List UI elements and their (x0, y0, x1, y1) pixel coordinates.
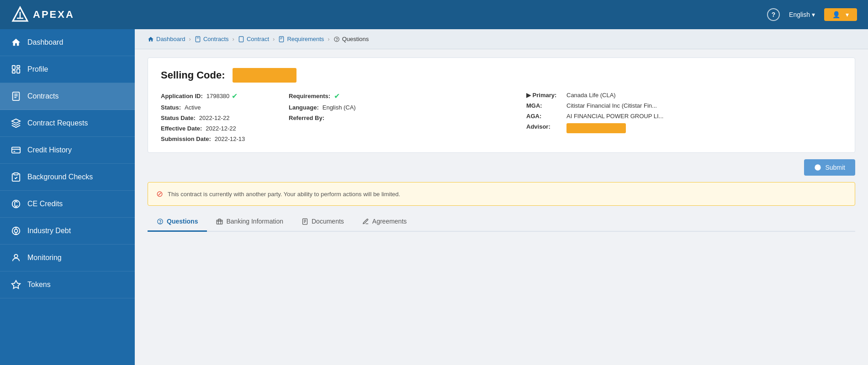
background-checks-icon (11, 172, 21, 182)
effective-date-row: Effective Date: 2022-12-22 (161, 125, 289, 132)
contract-card: Selling Code: Application ID: 1798380 ✔ … (148, 57, 855, 153)
breadcrumb-contract[interactable]: Contract (238, 36, 269, 42)
questions-tab-icon (157, 218, 164, 225)
application-id-row: Application ID: 1798380 ✔ (161, 92, 289, 100)
sidebar-item-background-checks[interactable]: Background Checks (0, 164, 135, 191)
svg-rect-5 (17, 69, 20, 73)
submit-button[interactable]: Submit (804, 159, 855, 176)
submit-icon (814, 164, 821, 171)
status-row: Status: Active (161, 104, 289, 111)
svg-marker-21 (12, 281, 20, 288)
profile-icon (11, 64, 21, 74)
help-button[interactable]: ? (767, 8, 780, 21)
sidebar-item-dashboard[interactable]: Dashboard (0, 29, 135, 56)
logo: APEXA (11, 5, 74, 24)
breadcrumb-contracts-icon (195, 36, 201, 42)
sidebar: Dashboard Profile Contracts (0, 29, 135, 365)
topnav-right: ? English ▾ 👤 ▾ (767, 8, 857, 21)
sidebar-item-tokens[interactable]: Tokens (0, 271, 135, 298)
breadcrumb-requirements[interactable]: Requirements (278, 36, 324, 42)
svg-rect-14 (14, 173, 18, 175)
breadcrumb-contracts[interactable]: Contracts (195, 36, 229, 42)
breadcrumb-contract-icon (238, 36, 244, 42)
logo-icon (11, 5, 29, 24)
user-menu[interactable]: 👤 ▾ (824, 8, 857, 21)
svg-rect-3 (12, 66, 15, 69)
contracts-icon (11, 91, 21, 101)
warning-banner: ⊘ This contract is currently with anothe… (148, 182, 855, 206)
advisor-value (566, 123, 626, 133)
language-row: Language: English (CA) (289, 104, 417, 111)
breadcrumb-requirements-icon (278, 36, 285, 42)
referred-by-row: Referred By: (289, 115, 417, 121)
home-icon (11, 37, 21, 47)
tokens-icon (11, 280, 21, 290)
breadcrumb-dashboard[interactable]: Dashboard (148, 36, 185, 42)
requirements-check-icon: ✔ (334, 92, 340, 100)
svg-point-32 (160, 223, 160, 223)
warning-icon: ⊘ (156, 189, 163, 199)
agreements-tab-icon (362, 218, 369, 225)
requirements-row: Requirements: ✔ (289, 92, 417, 100)
sidebar-item-industry-debt[interactable]: Industry Debt (0, 218, 135, 245)
application-check-icon: ✔ (232, 92, 238, 100)
mga-row: MGA: Citistar Financial Inc (Citistar Fi… (526, 102, 842, 109)
svg-rect-4 (17, 66, 20, 68)
selling-code-label: Selling Code: (161, 69, 225, 81)
svg-point-29 (336, 40, 337, 41)
info-col-right: ▶ Primary: Canada Life (CLA) MGA: Citist… (526, 92, 842, 133)
tab-questions[interactable]: Questions (148, 212, 207, 232)
industry-debt-icon (11, 226, 21, 236)
contract-requests-icon (11, 118, 21, 128)
svg-point-17 (14, 229, 17, 232)
ce-credits-icon (11, 199, 21, 209)
selling-code-value (233, 68, 296, 83)
sidebar-item-profile[interactable]: Profile (0, 56, 135, 83)
sidebar-item-contract-requests[interactable]: Contract Requests (0, 110, 135, 137)
aga-row: AGA: AI FINANCIAL POWER GROUP LI... (526, 113, 842, 120)
sidebar-item-contracts[interactable]: Contracts (0, 83, 135, 110)
breadcrumb-home-icon (148, 36, 154, 42)
content-area: Dashboard › Contracts › Contract › Requi… (135, 29, 868, 365)
tabs-row: Questions Banking Information Documents … (148, 212, 855, 232)
svg-point-20 (14, 255, 17, 258)
tab-documents[interactable]: Documents (292, 212, 353, 232)
banking-tab-icon (216, 218, 223, 225)
documents-tab-icon (302, 218, 308, 225)
svg-rect-33 (217, 220, 223, 224)
status-date-row: Status Date: 2022-12-22 (161, 115, 289, 121)
sidebar-item-ce-credits[interactable]: CE Credits (0, 191, 135, 218)
advisor-row: Advisor: (526, 123, 842, 133)
breadcrumb: Dashboard › Contracts › Contract › Requi… (135, 29, 868, 49)
breadcrumb-questions: Questions (333, 36, 369, 42)
info-col-2: Requirements: ✔ Language: English (CA) R… (289, 92, 417, 121)
submit-row: Submit (148, 159, 855, 176)
selling-code-row: Selling Code: (161, 68, 842, 83)
info-col-1: Application ID: 1798380 ✔ Status: Active… (161, 92, 289, 142)
tab-banking[interactable]: Banking Information (207, 212, 292, 232)
svg-rect-22 (196, 36, 200, 42)
svg-rect-24 (239, 36, 243, 42)
svg-rect-11 (12, 147, 20, 153)
top-nav: APEXA ? English ▾ 👤 ▾ (0, 0, 868, 29)
primary-row: ▶ Primary: Canada Life (CLA) (526, 92, 842, 99)
tab-agreements[interactable]: Agreements (353, 212, 416, 232)
language-selector[interactable]: English ▾ (789, 11, 815, 18)
svg-rect-6 (12, 71, 15, 73)
sidebar-item-credit-history[interactable]: Credit History (0, 137, 135, 164)
submission-date-row: Submission Date: 2022-12-13 (161, 136, 289, 142)
sidebar-item-monitoring[interactable]: Monitoring (0, 245, 135, 271)
credit-history-icon (11, 145, 21, 155)
breadcrumb-questions-icon (333, 36, 340, 42)
info-grid: Application ID: 1798380 ✔ Status: Active… (161, 92, 842, 142)
monitoring-icon (11, 253, 21, 263)
